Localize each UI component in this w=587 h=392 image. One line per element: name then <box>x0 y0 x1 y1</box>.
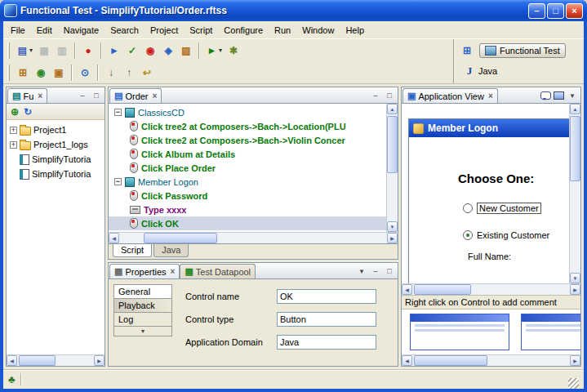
expander-icon[interactable]: + <box>10 141 17 149</box>
remote-monitor-icon[interactable] <box>554 91 564 100</box>
tab-java-view[interactable]: Java <box>153 244 189 257</box>
scroll-right-button[interactable]: ▶ <box>570 284 580 295</box>
script-statement-selected[interactable]: Click OK <box>109 216 386 230</box>
record-script-button[interactable]: ● <box>79 42 97 60</box>
tab-application-view[interactable]: ▣ Application View × <box>402 88 498 103</box>
side-tab-log[interactable]: Log <box>113 312 172 327</box>
script-statement[interactable]: Click Password <box>109 189 386 203</box>
save-button[interactable]: ▦ <box>35 42 53 60</box>
minimize-view-button[interactable]: – <box>77 90 88 101</box>
open-object-map-button[interactable]: ◈ <box>159 42 177 60</box>
script-statement[interactable]: Click tree2 at Composers->Bach->Location… <box>109 119 386 133</box>
existing-customer-option[interactable]: Existing Customer <box>463 230 549 240</box>
search-button[interactable]: ⊙ <box>76 64 94 82</box>
menu-configure[interactable]: Configure <box>218 23 269 38</box>
scroll-down-button[interactable]: ▼ <box>387 221 398 232</box>
menu-help[interactable]: Help <box>340 23 370 38</box>
next-annotation-button[interactable]: ↓ <box>102 64 120 82</box>
scroll-right-button[interactable]: ▶ <box>94 355 105 366</box>
snapshot-vertical-scrollbar[interactable]: ▲ ▼ <box>569 104 580 283</box>
window-resize-grip[interactable] <box>568 378 579 389</box>
scroll-left-button[interactable]: ◀ <box>7 355 17 366</box>
scrollbar-thumb[interactable] <box>144 233 217 243</box>
menu-search[interactable]: Search <box>105 23 145 38</box>
projects-horizontal-scrollbar[interactable]: ◀ ▶ <box>7 354 105 366</box>
menu-edit[interactable]: Edit <box>31 23 58 38</box>
application-snapshot-thumbnail[interactable] <box>521 314 580 350</box>
minimize-view-button[interactable]: – <box>370 265 381 277</box>
previous-annotation-button[interactable]: ↑ <box>120 64 138 82</box>
member-logon-dialog[interactable]: Member Logon Choose One: New Customer Ex… <box>408 118 569 283</box>
close-button[interactable]: × <box>566 3 583 19</box>
debug-script-button[interactable]: ✱ <box>225 42 242 60</box>
insert-recording-button[interactable]: ◉ <box>141 42 159 60</box>
tab-script-view[interactable]: Script <box>113 244 152 257</box>
run-script-button[interactable]: ►▾ <box>203 42 225 60</box>
java-perspective-button[interactable]: J Java <box>458 62 503 80</box>
minimize-button[interactable]: – <box>528 3 545 19</box>
scrollbar-thumb[interactable] <box>414 355 487 366</box>
script-statement[interactable]: Type xxxx <box>109 203 386 216</box>
menu-window[interactable]: Window <box>296 23 340 38</box>
new-package-button[interactable]: ▣ <box>50 64 68 82</box>
script-statement[interactable]: Click tree2 at Composers->Bach->Violin C… <box>109 133 386 147</box>
tab-test-datapool[interactable]: ▦ Test Datapool <box>180 264 256 278</box>
scrollbar-thumb[interactable] <box>414 284 471 295</box>
print-button[interactable]: ▥ <box>53 42 71 60</box>
scroll-right-button[interactable]: ▶ <box>570 355 580 366</box>
script-group-member-logon[interactable]: − Member Logon <box>109 175 386 189</box>
maximize-button[interactable]: □ <box>547 3 564 19</box>
editor-vertical-scrollbar[interactable]: ▲ ▼ <box>386 104 398 232</box>
new-customer-option[interactable]: New Customer <box>463 203 541 214</box>
scroll-left-button[interactable]: ◀ <box>402 355 412 366</box>
status-tray-icon[interactable]: ♣ <box>8 373 16 385</box>
scroll-left-button[interactable]: ◀ <box>402 284 412 295</box>
new-class-button[interactable]: ◉ <box>32 64 50 82</box>
maximize-view-button[interactable]: □ <box>384 265 395 277</box>
datapool-button[interactable]: ▨ <box>177 42 195 60</box>
application-snapshot[interactable]: Member Logon Choose One: New Customer Ex… <box>402 104 569 283</box>
start-application-button[interactable]: ► <box>105 42 123 60</box>
control-type-input[interactable] <box>277 312 376 327</box>
connect-project-icon[interactable]: ⊕ <box>11 106 19 118</box>
close-tab-icon[interactable]: × <box>38 91 42 100</box>
new-java-project-button[interactable]: ⊞ <box>14 64 32 82</box>
add-comment-icon[interactable] <box>540 91 551 100</box>
side-tab-playback[interactable]: Playback <box>113 298 172 313</box>
side-tab-general[interactable]: General <box>113 284 172 299</box>
open-perspective-button[interactable]: ⊞ <box>458 42 476 60</box>
scrollbar-thumb[interactable] <box>19 355 56 366</box>
scroll-down-button[interactable]: ▼ <box>570 273 580 283</box>
menu-navigate[interactable]: Navigate <box>58 23 105 38</box>
script-statement[interactable]: Click Album at Details <box>109 147 386 161</box>
tree-item-simplifytutorial-logs[interactable]: SimplifyTutoria <box>8 167 103 181</box>
maximize-view-button[interactable]: □ <box>384 90 395 101</box>
application-snapshot-thumbnail[interactable] <box>410 314 509 350</box>
script-group-classicscd[interactable]: − ClassicsCD <box>109 105 386 119</box>
scroll-up-button[interactable]: ▲ <box>387 104 398 114</box>
last-edit-location-button[interactable]: ↩ <box>138 64 156 82</box>
view-menu-icon[interactable]: ▾ <box>567 90 578 101</box>
scrollbar-thumb[interactable] <box>570 116 580 181</box>
menu-file[interactable]: File <box>5 23 31 38</box>
toolbar-grip[interactable] <box>7 65 10 81</box>
thumbnail-horizontal-scrollbar[interactable]: ◀ ▶ <box>402 354 580 366</box>
collapse-icon[interactable]: − <box>114 109 122 116</box>
tree-item-project1-logs[interactable]: + Project1_logs <box>8 137 103 152</box>
snapshot-horizontal-scrollbar[interactable]: ◀ ▶ <box>402 283 580 295</box>
existing-customer-radio[interactable] <box>463 230 473 240</box>
menu-script[interactable]: Script <box>184 23 218 38</box>
minimize-view-button[interactable]: – <box>370 90 381 101</box>
view-menu-icon[interactable]: ▾ <box>356 265 367 277</box>
maximize-view-button[interactable]: □ <box>91 90 102 101</box>
functional-test-perspective-button[interactable]: Functional Test <box>479 43 566 58</box>
collapse-icon[interactable]: − <box>114 178 122 185</box>
scrollbar-thumb[interactable] <box>387 116 398 173</box>
new-script-wizard-button[interactable]: ▤▾ <box>14 42 35 60</box>
application-domain-input[interactable] <box>277 335 376 350</box>
toolbar-grip[interactable] <box>7 42 10 59</box>
scroll-up-button[interactable]: ▲ <box>570 104 580 114</box>
tab-properties[interactable]: ▦ Properties × <box>109 264 180 278</box>
close-tab-icon[interactable]: × <box>171 267 176 276</box>
scroll-left-button[interactable]: ◀ <box>109 233 119 243</box>
